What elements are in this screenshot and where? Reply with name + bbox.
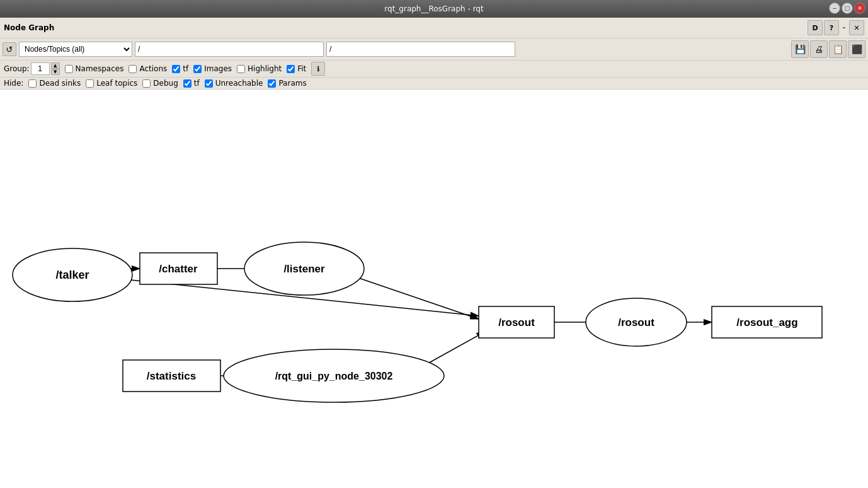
spinner-arrows: ▲ ▼ xyxy=(51,62,60,75)
info-button[interactable]: ℹ xyxy=(311,62,325,76)
params-label: Params xyxy=(278,79,306,88)
hide-label: Hide: xyxy=(4,79,23,88)
print-button[interactable]: 🖨 xyxy=(810,40,828,58)
leaf-topics-option: Leaf topics xyxy=(86,79,137,88)
app-header: Node Graph D ? - ✕ xyxy=(0,18,868,38)
debug-option: Debug xyxy=(142,79,178,88)
tf-option: tf xyxy=(172,64,188,73)
window-title: rqt_graph__RosGraph - rqt xyxy=(384,4,483,13)
highlight-option: Highlight xyxy=(237,64,282,73)
titlebar: rqt_graph__RosGraph - rqt − □ ✕ xyxy=(0,0,868,18)
tf2-option: tf xyxy=(183,79,200,88)
images-checkbox[interactable] xyxy=(193,65,202,73)
rosout-topic-label: /rosout xyxy=(498,317,535,328)
tf2-checkbox[interactable] xyxy=(183,79,191,88)
params-checkbox[interactable] xyxy=(268,79,276,88)
images-label: Images xyxy=(204,64,232,73)
svg-rect-0 xyxy=(0,117,868,483)
graph-svg: /talker /chatter /listener /rosout /roso… xyxy=(0,90,868,488)
talker-node-label: /talker xyxy=(55,269,89,281)
header-right-controls: D ? - ✕ xyxy=(808,20,864,35)
app-title-text: Node Graph xyxy=(4,23,54,32)
refresh-button[interactable]: ↺ xyxy=(3,42,16,56)
images-option: Images xyxy=(193,64,232,73)
help-button[interactable]: ? xyxy=(824,20,839,35)
tf2-label: tf xyxy=(194,79,200,88)
spinner-up[interactable]: ▲ xyxy=(51,62,60,69)
toolbar: ↺ Nodes/Topics (all) Nodes only Topics o… xyxy=(0,38,868,61)
tf-checkbox[interactable] xyxy=(172,65,180,73)
debug-label: Debug xyxy=(153,79,178,88)
namespaces-option: Namespaces xyxy=(65,64,124,73)
statistics-label: /statistics xyxy=(147,370,196,382)
rosout-agg-label: /rosout_agg xyxy=(736,317,797,328)
fit-checkbox[interactable] xyxy=(287,65,295,73)
filter-input-2[interactable] xyxy=(326,42,515,57)
dead-sinks-option: Dead sinks xyxy=(28,79,81,88)
dock-button[interactable]: D xyxy=(808,20,823,35)
highlight-checkbox[interactable] xyxy=(237,65,245,73)
actions-checkbox[interactable] xyxy=(128,65,137,73)
params-option: Params xyxy=(268,79,306,88)
view-button[interactable]: ⬛ xyxy=(848,40,865,58)
leaf-topics-checkbox[interactable] xyxy=(86,79,94,88)
actions-option: Actions xyxy=(128,64,167,73)
unreachable-option: Unreachable xyxy=(205,79,263,88)
chatter-node-label: /chatter xyxy=(159,263,198,275)
close-button[interactable]: ✕ xyxy=(854,3,865,14)
window-controls[interactable]: − □ ✕ xyxy=(829,3,865,14)
group-label: Group: xyxy=(4,64,30,73)
rqt-gui-label: /rqt_gui_py_node_30302 xyxy=(275,371,393,381)
spinner-down[interactable]: ▼ xyxy=(51,69,60,75)
unreachable-checkbox[interactable] xyxy=(205,79,213,88)
highlight-label: Highlight xyxy=(248,64,282,73)
dead-sinks-checkbox[interactable] xyxy=(28,79,37,88)
options-row-2: Hide: Dead sinks Leaf topics Debug tf Un… xyxy=(0,78,868,90)
copy-button[interactable]: 📋 xyxy=(829,40,847,58)
node-type-select[interactable]: Nodes/Topics (all) Nodes only Topics onl… xyxy=(19,42,132,57)
maximize-button[interactable]: □ xyxy=(842,3,853,14)
tf-label: tf xyxy=(183,64,188,73)
namespaces-label: Namespaces xyxy=(76,64,124,73)
minimize-button[interactable]: − xyxy=(829,3,840,14)
filter-input-1[interactable] xyxy=(135,42,324,57)
debug-checkbox[interactable] xyxy=(142,79,151,88)
dead-sinks-label: Dead sinks xyxy=(39,79,81,88)
separator: - xyxy=(840,20,848,35)
group-input[interactable] xyxy=(31,62,50,75)
leaf-topics-label: Leaf topics xyxy=(96,79,137,88)
toolbar-right: 💾 🖨 📋 ⬛ xyxy=(791,40,865,58)
fit-option: Fit xyxy=(287,64,306,73)
namespaces-checkbox[interactable] xyxy=(65,65,73,73)
fit-label: Fit xyxy=(297,64,306,73)
actions-label: Actions xyxy=(139,64,167,73)
rosout-node-label: /rosout xyxy=(618,317,654,328)
window-close-button[interactable]: ✕ xyxy=(849,20,864,35)
group-spinner: Group: ▲ ▼ xyxy=(4,62,60,75)
graph-area[interactable]: /talker /chatter /listener /rosout /roso… xyxy=(0,90,868,488)
save-button[interactable]: 💾 xyxy=(791,40,809,58)
listener-node-label: /listener xyxy=(283,263,325,275)
options-row-1: Group: ▲ ▼ Namespaces Actions tf Images … xyxy=(0,61,868,78)
unreachable-label: Unreachable xyxy=(215,79,263,88)
